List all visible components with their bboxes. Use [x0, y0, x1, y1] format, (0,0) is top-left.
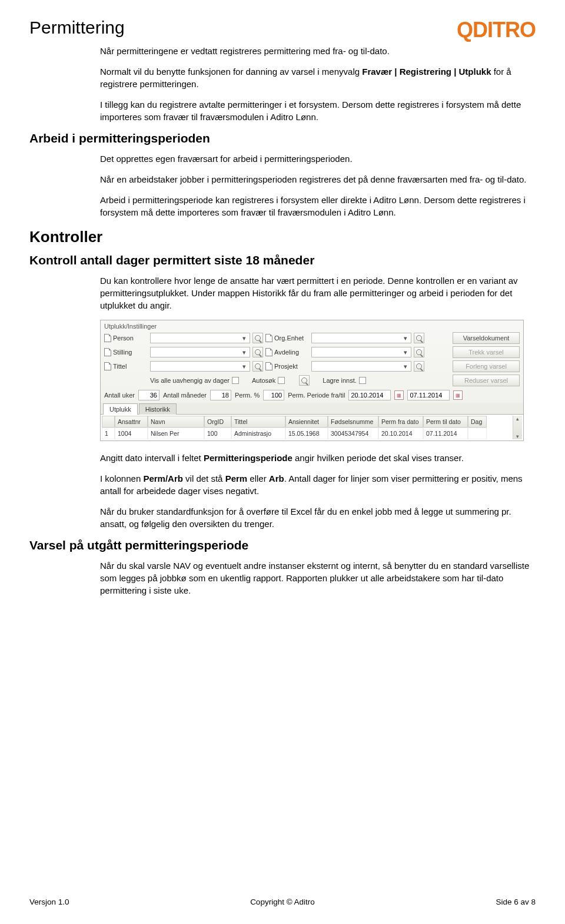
search-button[interactable]	[414, 333, 424, 343]
after-p2: I kolonnen Perm/Arb vil det stå Perm ell…	[100, 472, 536, 497]
tab-historikk[interactable]: Historikk	[139, 403, 177, 415]
forleng-varsel-button[interactable]: Forleng varsel	[453, 360, 520, 372]
calendar-icon[interactable]: ▦	[453, 390, 463, 400]
intro-p2: Normalt vil du benytte funksjonen for da…	[100, 65, 536, 90]
chevron-down-icon: ▾	[240, 348, 248, 356]
doc-icon	[265, 362, 272, 370]
search-button[interactable]	[252, 361, 263, 372]
chevron-down-icon: ▾	[401, 348, 410, 356]
options-row: Vis alle uavhengig av dager Autosøk Lagr…	[101, 373, 523, 388]
page-title: Permittering	[29, 18, 125, 38]
search-button[interactable]	[414, 347, 424, 357]
arbeid-block: Det opprettes egen fraværsart for arbeid…	[100, 150, 536, 218]
col-tittel[interactable]: Tittel	[231, 416, 285, 428]
grid-area: Ansattnr Navn OrgID Tittel Ansiennitet F…	[101, 415, 523, 441]
search-button[interactable]	[252, 333, 263, 343]
heading-kontroller: Kontroller	[29, 228, 565, 246]
label-antall-uker: Antall uker	[104, 392, 135, 399]
periode-fra-input[interactable]	[348, 390, 391, 400]
params-row: Antall uker Antall måneder Perm. % Perm.…	[101, 388, 523, 403]
kontroll-p1: Du kan kontrollere hvor lenge de ansatte…	[100, 274, 536, 312]
tabs-row: Utplukk Historikk	[101, 403, 523, 415]
footer-page: Side 6 av 8	[496, 897, 536, 906]
filter-row-1: Person ▾ Org.Enhet ▾ Varseldokument	[101, 331, 523, 345]
trekk-varsel-button[interactable]: Trekk varsel	[453, 346, 520, 358]
doc-icon	[104, 348, 111, 356]
chevron-down-icon: ▾	[401, 334, 410, 342]
label-person: Person	[113, 335, 134, 342]
search-icon	[416, 335, 422, 341]
orgenhet-dropdown[interactable]: ▾	[311, 333, 411, 343]
footer-copyright: Copyright © Aditro	[250, 897, 315, 906]
label-vis-uavhengig: Vis alle uavhengig av dager	[150, 377, 230, 384]
perm-pct-input[interactable]	[263, 390, 284, 400]
filter-row-3: Tittel ▾ Prosjekt ▾ Forleng varsel	[101, 359, 523, 373]
stilling-dropdown[interactable]: ▾	[150, 347, 250, 357]
label-antall-mnd: Antall måneder	[163, 392, 207, 399]
arbeid-p3: Arbeid i permitteringsperiode kan regist…	[100, 194, 536, 218]
calendar-icon[interactable]: ▦	[394, 390, 404, 400]
person-dropdown[interactable]: ▾	[150, 333, 250, 343]
search-button[interactable]	[252, 347, 263, 357]
after-grid-block: Angitt dato intervall i feltet Permitter…	[100, 449, 536, 530]
cell-rownum: 1	[102, 428, 115, 439]
label-avdeling: Avdeling	[274, 349, 299, 356]
col-fnr[interactable]: Fødselsnumme	[328, 416, 378, 428]
label-autosok: Autosøk	[252, 377, 275, 384]
col-perm-til[interactable]: Perm til dato	[423, 416, 468, 428]
after-p1: Angitt dato intervall i feltet Permitter…	[100, 452, 536, 464]
antall-uker-input[interactable]	[138, 390, 159, 400]
cell-ansattnr: 1004	[115, 428, 148, 439]
footer-version: Versjon 1.0	[29, 897, 69, 906]
utplukk-panel: Utplukk/Instillinger Person ▾ Org.Enhet …	[100, 320, 524, 441]
cell-dag	[468, 428, 487, 439]
kontroll-block: Du kan kontrollere hvor lenge de ansatte…	[100, 272, 536, 312]
search-button[interactable]	[414, 361, 424, 372]
cell-tittel: Administrasjo	[231, 428, 285, 439]
cell-perm-fra: 20.10.2014	[378, 428, 423, 439]
vis-uavhengig-checkbox[interactable]	[232, 377, 239, 384]
grid-scrollbar[interactable]: ▴ ▾	[513, 416, 522, 439]
scroll-down-icon: ▾	[516, 433, 519, 439]
label-tittel: Tittel	[113, 363, 127, 370]
cell-orgid: 100	[204, 428, 231, 439]
run-search-button[interactable]	[299, 375, 310, 386]
page-header: Permittering QDITRO	[0, 0, 565, 42]
col-ansattnr[interactable]: Ansattnr	[115, 416, 148, 428]
aditro-logo: QDITRO	[457, 18, 536, 42]
intro-block: Når permitteringene er vedtatt registrer…	[100, 42, 536, 123]
col-orgid[interactable]: OrgID	[204, 416, 231, 428]
periode-til-input[interactable]	[407, 390, 450, 400]
avdeling-dropdown[interactable]: ▾	[311, 347, 411, 357]
reduser-varsel-button[interactable]: Reduser varsel	[453, 375, 520, 386]
tittel-dropdown[interactable]: ▾	[150, 361, 250, 372]
col-perm-fra[interactable]: Perm fra dato	[378, 416, 423, 428]
cell-fnr: 30045347954	[328, 428, 378, 439]
tab-utplukk[interactable]: Utplukk	[103, 403, 138, 415]
heading-kontroll18: Kontroll antall dager permittert siste 1…	[29, 253, 565, 267]
antall-mnd-input[interactable]	[210, 390, 231, 400]
label-perm-periode: Perm. Periode fra/til	[288, 392, 345, 399]
varsel-p1: Når du skal varsle NAV og eventuelt andr…	[100, 559, 536, 597]
prosjekt-dropdown[interactable]: ▾	[311, 361, 411, 372]
autosok-checkbox[interactable]	[278, 377, 285, 384]
varsel-block: Når du skal varsle NAV og eventuelt andr…	[100, 557, 536, 597]
label-lagre-innst: Lagre innst.	[323, 377, 356, 384]
label-stilling: Stilling	[113, 349, 132, 356]
arbeid-p1: Det opprettes egen fraværsart for arbeid…	[100, 153, 536, 165]
doc-icon	[104, 362, 111, 370]
heading-arbeid: Arbeid i permitteringsperioden	[29, 131, 565, 145]
varseldokument-button[interactable]: Varseldokument	[453, 332, 520, 344]
lagre-innst-checkbox[interactable]	[359, 377, 366, 384]
doc-icon	[104, 334, 111, 342]
scroll-up-icon: ▴	[516, 416, 519, 422]
label-prosjekt: Prosjekt	[274, 363, 298, 370]
col-dag[interactable]: Dag	[468, 416, 487, 428]
page-footer: Versjon 1.0 Copyright © Aditro Side 6 av…	[29, 897, 536, 906]
label-orgenhet: Org.Enhet	[274, 335, 304, 342]
col-ansiennitet[interactable]: Ansiennitet	[285, 416, 328, 428]
search-icon	[416, 363, 422, 369]
intro-p3: I tillegg kan du registrere avtalte perm…	[100, 98, 536, 123]
col-navn[interactable]: Navn	[148, 416, 204, 428]
table-row[interactable]: 1 1004 Nilsen Per 100 Administrasjo 15.0…	[102, 428, 513, 439]
